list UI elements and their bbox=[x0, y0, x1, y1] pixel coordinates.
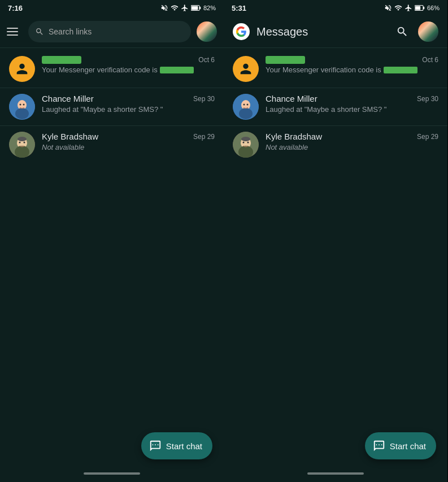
conv-preview-1-left: Your Messenger verification code is bbox=[42, 66, 215, 74]
conv-header-1-right: Oct 6 bbox=[266, 56, 438, 64]
conversation-list-left: Oct 6 Your Messenger verification code i… bbox=[0, 48, 224, 465]
conv-name-2-left: Chance Miller bbox=[42, 94, 94, 103]
home-bar-right bbox=[307, 472, 364, 475]
svg-point-12 bbox=[24, 142, 25, 144]
start-chat-fab-left[interactable]: Start chat bbox=[141, 432, 212, 459]
conversation-item-3-right[interactable]: Kyle Bradshaw Sep 29 Not available bbox=[224, 126, 447, 163]
home-indicator-left bbox=[0, 465, 224, 482]
chat-icon-left bbox=[149, 440, 162, 452]
avatar-1-left bbox=[9, 56, 35, 82]
svg-point-29 bbox=[247, 142, 249, 144]
kyle-face-right bbox=[233, 132, 259, 158]
start-chat-label-right: Start chat bbox=[390, 441, 426, 451]
svg-point-28 bbox=[243, 142, 245, 144]
conversation-item-1-left[interactable]: Oct 6 Your Messenger verification code i… bbox=[0, 50, 224, 88]
conv-date-1-right: Oct 6 bbox=[422, 56, 438, 64]
svg-rect-2 bbox=[199, 7, 201, 10]
svg-point-30 bbox=[241, 137, 250, 141]
svg-point-5 bbox=[15, 108, 29, 119]
svg-point-16 bbox=[157, 444, 158, 445]
svg-point-14 bbox=[152, 444, 153, 445]
conv-preview-3-right: Not available bbox=[266, 143, 438, 151]
redacted-code-1-left bbox=[160, 67, 194, 73]
status-icons-left: 82% bbox=[160, 4, 216, 12]
conversation-item-2-right[interactable]: Chance Miller Sep 30 Laughed at "Maybe a… bbox=[224, 88, 447, 125]
conv-header-3-left: Kyle Bradshaw Sep 29 bbox=[42, 132, 215, 141]
mute-icon bbox=[160, 4, 168, 12]
conv-header-1-left: Oct 6 bbox=[42, 56, 215, 64]
svg-point-11 bbox=[19, 142, 21, 144]
conv-preview-1-right: Your Messenger verification code is bbox=[266, 66, 438, 74]
status-icons-right: 66% bbox=[384, 4, 440, 12]
google-logo bbox=[233, 23, 250, 40]
status-time-right: 5:31 bbox=[232, 4, 246, 12]
avatar-kyle-left bbox=[9, 132, 35, 158]
search-icon-left bbox=[35, 27, 44, 36]
google-messages-panel: 5:31 66% Messages bbox=[224, 0, 447, 482]
messenger-header: Search links bbox=[0, 16, 224, 47]
chance-face-right bbox=[233, 94, 259, 120]
hamburger-menu[interactable] bbox=[7, 24, 23, 40]
svg-point-22 bbox=[239, 108, 253, 119]
conversation-item-3-left[interactable]: Kyle Bradshaw Sep 29 Not available bbox=[0, 126, 224, 163]
conv-date-3-right: Sep 29 bbox=[417, 133, 438, 141]
person-icon-1-left bbox=[14, 61, 30, 77]
chance-face-left bbox=[9, 94, 35, 120]
avatar-chance-right bbox=[233, 94, 259, 120]
user-avatar-right[interactable] bbox=[418, 21, 438, 42]
person-icon-1-right bbox=[238, 61, 254, 77]
search-button-right[interactable] bbox=[393, 23, 411, 41]
conv-date-2-left: Sep 30 bbox=[193, 95, 215, 103]
conv-content-2-left: Chance Miller Sep 30 Laughed at "Maybe a… bbox=[42, 94, 215, 114]
battery-icon bbox=[191, 4, 201, 12]
status-time-left: 7:16 bbox=[8, 4, 23, 12]
google-g-icon bbox=[236, 26, 247, 37]
conversation-list-right: Oct 6 Your Messenger verification code i… bbox=[224, 48, 447, 465]
conv-header-2-left: Chance Miller Sep 30 bbox=[42, 94, 215, 103]
svg-rect-19 bbox=[423, 7, 424, 10]
redacted-code-1-right bbox=[384, 67, 417, 73]
conv-header-2-right: Chance Miller Sep 30 bbox=[266, 94, 438, 103]
kyle-face-left bbox=[9, 132, 35, 158]
battery-icon-right bbox=[415, 4, 425, 12]
airplane-icon-right bbox=[404, 4, 412, 12]
chat-icon-right bbox=[373, 440, 385, 452]
svg-point-7 bbox=[23, 104, 25, 106]
svg-point-27 bbox=[238, 146, 253, 158]
start-chat-fab-right[interactable]: Start chat bbox=[365, 432, 436, 459]
svg-point-33 bbox=[381, 444, 382, 445]
conv-content-3-left: Kyle Bradshaw Sep 29 Not available bbox=[42, 132, 215, 151]
avatar-chance-left bbox=[9, 94, 35, 120]
user-avatar-left[interactable] bbox=[197, 21, 217, 42]
svg-point-31 bbox=[376, 444, 377, 445]
messenger-panel: 7:16 82% Search links bbox=[0, 0, 224, 482]
conv-preview-2-left: Laughed at "Maybe a shorter SMS? " bbox=[42, 105, 215, 114]
conversation-item-2-left[interactable]: Chance Miller Sep 30 Laughed at "Maybe a… bbox=[0, 88, 224, 125]
avatar-1-right bbox=[233, 56, 259, 82]
conv-content-1-right: Oct 6 Your Messenger verification code i… bbox=[266, 56, 438, 74]
svg-point-23 bbox=[243, 104, 245, 106]
svg-rect-18 bbox=[415, 6, 420, 10]
battery-text-right: 66% bbox=[427, 5, 440, 11]
home-bar-left bbox=[84, 472, 140, 475]
conv-date-2-right: Sep 30 bbox=[417, 95, 438, 103]
search-icon-right bbox=[396, 25, 408, 38]
conv-name-redacted-1-left bbox=[42, 56, 81, 64]
wifi-icon bbox=[171, 4, 179, 12]
conv-name-redacted-1-right bbox=[266, 56, 305, 64]
conv-content-3-right: Kyle Bradshaw Sep 29 Not available bbox=[266, 132, 438, 151]
conv-name-3-left: Kyle Bradshaw bbox=[42, 132, 98, 141]
svg-point-10 bbox=[15, 146, 29, 158]
wifi-icon-right bbox=[394, 4, 402, 12]
mute-icon-right bbox=[384, 4, 392, 12]
messages-header: Messages bbox=[224, 16, 447, 47]
conv-date-3-left: Sep 29 bbox=[193, 133, 215, 141]
svg-point-6 bbox=[20, 104, 21, 106]
conv-name-2-right: Chance Miller bbox=[266, 94, 317, 103]
status-bar-left: 7:16 82% bbox=[0, 0, 224, 16]
search-bar-left[interactable]: Search links bbox=[28, 21, 191, 42]
status-bar-right: 5:31 66% bbox=[224, 0, 447, 16]
conversation-item-1-right[interactable]: Oct 6 Your Messenger verification code i… bbox=[224, 50, 447, 88]
home-indicator-right bbox=[224, 465, 447, 482]
start-chat-label-left: Start chat bbox=[166, 441, 202, 451]
